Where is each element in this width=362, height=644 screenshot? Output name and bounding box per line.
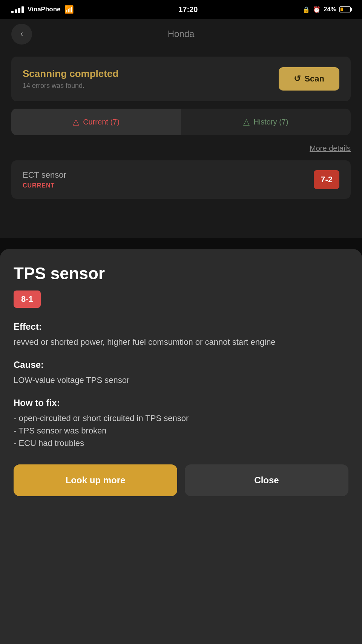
status-right: 🔒 ⏰ 24% [302,6,351,13]
scan-title: Scanning completed [23,68,118,80]
lock-icon: 🔒 [302,6,310,13]
refresh-icon: ↺ [294,74,301,84]
error-code: 7-2 [314,170,339,189]
warning-icon-current: △ [73,117,79,127]
alarm-icon: ⏰ [313,6,321,13]
sensor-title: TPS sensor [14,264,348,283]
nav-bar: ‹ Honda [0,19,362,49]
warning-icon-history: △ [243,117,250,127]
scan-button[interactable]: ↺ Scan [279,67,339,91]
carrier-name: VinaPhone [28,6,61,13]
effect-section: Effect: revved or shorted power, higher … [14,321,348,348]
signal-bar-4 [21,6,24,13]
more-details-row: More details [0,139,362,157]
scan-subtitle: 14 errors was found. [23,82,118,90]
sensor-code-badge: 8-1 [14,290,41,308]
status-left: VinaPhone 📶 [11,5,74,14]
error-status: CURRENT [23,182,66,189]
how-to-fix-section: How to fix: - open-circuited or short ci… [14,398,348,449]
look-up-more-button[interactable]: Look up more [14,464,177,496]
status-bar: VinaPhone 📶 17:20 🔒 ⏰ 24% [0,0,362,19]
wifi-icon: 📶 [64,5,74,14]
tab-current-label: Current (7) [83,118,120,126]
effect-label: Effect: [14,321,348,332]
cause-text: LOW-value voltage TPS sensor [14,374,348,386]
how-to-fix-text: - open-circuited or short circuited in T… [14,412,348,449]
how-to-fix-label: How to fix: [14,398,348,408]
error-info: ECT sensor CURRENT [23,170,66,189]
cause-section: Cause: LOW-value voltage TPS sensor [14,360,348,386]
battery-icon [339,6,351,12]
error-item[interactable]: ECT sensor CURRENT 7-2 [11,160,351,199]
battery-fill [341,8,343,11]
bottom-sheet: TPS sensor 8-1 Effect: revved or shorted… [0,249,362,644]
close-button[interactable]: Close [185,464,348,496]
scan-card: Scanning completed 14 errors was found. … [11,57,351,101]
back-button[interactable]: ‹ [11,24,32,45]
tab-current[interactable]: △ Current (7) [11,109,181,135]
effect-text: revved or shorted power, higher fuel com… [14,336,348,348]
tab-history-label: History (7) [253,118,288,126]
cause-label: Cause: [14,360,348,370]
error-name: ECT sensor [23,170,66,180]
scan-button-label: Scan [304,74,324,84]
signal-bars [11,6,24,13]
signal-bar-1 [11,11,14,13]
tab-bar: △ Current (7) △ History (7) [11,109,351,135]
tab-history[interactable]: △ History (7) [181,109,351,135]
scan-info: Scanning completed 14 errors was found. [23,68,118,90]
more-details-link[interactable]: More details [310,144,351,153]
nav-title: Honda [168,29,195,39]
signal-bar-3 [18,8,20,13]
battery-percent: 24% [324,6,336,13]
status-time: 17:20 [178,5,198,14]
signal-bar-2 [15,9,17,13]
bottom-buttons: Look up more Close [14,464,348,496]
